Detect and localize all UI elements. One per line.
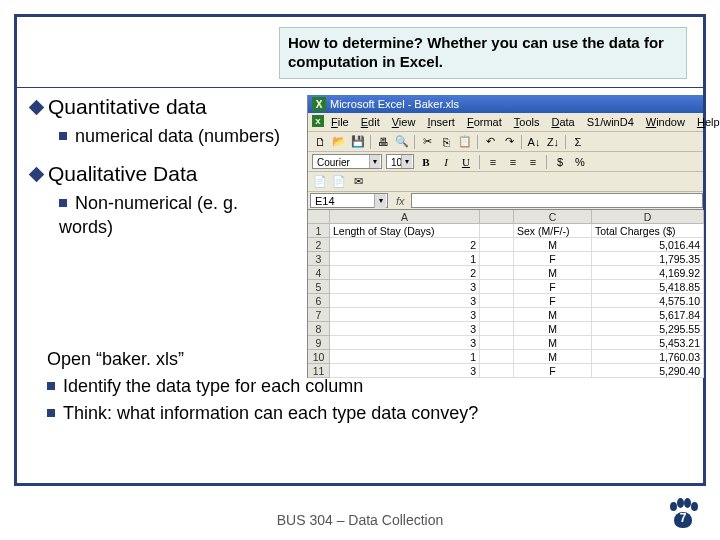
menu-tools[interactable]: Tools	[509, 115, 545, 129]
row-header[interactable]: 2	[308, 238, 330, 252]
cell-length[interactable]: 1	[330, 252, 480, 266]
fontsize-selector[interactable]: 10	[386, 154, 414, 169]
col-header-c[interactable]: C	[514, 210, 592, 224]
cut-icon[interactable]: ✂	[419, 134, 435, 150]
menu-window[interactable]: Window	[641, 115, 690, 129]
cell-empty[interactable]	[480, 308, 514, 322]
col-header-b[interactable]	[480, 210, 514, 224]
cell-charges[interactable]: 4,169.92	[592, 266, 704, 280]
cell-charges[interactable]: 5,016.44	[592, 238, 704, 252]
cell-sex[interactable]: M	[514, 308, 592, 322]
menu-help[interactable]: Help	[692, 115, 720, 129]
col-header-d[interactable]: D	[592, 210, 704, 224]
currency-icon[interactable]: $	[552, 154, 568, 170]
excel-doc-icon: X	[312, 115, 324, 127]
redo-icon[interactable]: ↷	[501, 134, 517, 150]
separator	[521, 135, 522, 149]
align-center-icon[interactable]: ≡	[505, 154, 521, 170]
square-bullet-icon	[47, 382, 55, 390]
cell-length[interactable]: 3	[330, 322, 480, 336]
row-header[interactable]: 8	[308, 322, 330, 336]
row-header[interactable]: 5	[308, 280, 330, 294]
paste-icon[interactable]: 📋	[457, 134, 473, 150]
cell-empty[interactable]	[480, 238, 514, 252]
print-icon[interactable]: 🖶	[375, 134, 391, 150]
open-icon[interactable]: 📂	[331, 134, 347, 150]
square-bullet-icon	[59, 199, 67, 207]
excel-toolbar-pdf: 📄 📄 ✉	[308, 172, 703, 192]
horizontal-rule	[17, 87, 703, 88]
cell-charges[interactable]: 5,617.84	[592, 308, 704, 322]
cell-charges[interactable]: 1,795.35	[592, 252, 704, 266]
pdf-convert-icon[interactable]: 📄	[331, 174, 347, 190]
header-cell[interactable]: Length of Stay (Days)	[330, 224, 480, 238]
cell-length[interactable]: 3	[330, 280, 480, 294]
cell-empty[interactable]	[480, 266, 514, 280]
cell-length[interactable]: 2	[330, 266, 480, 280]
header-cell[interactable]: Sex (M/F/-)	[514, 224, 592, 238]
cell-sex[interactable]: M	[514, 322, 592, 336]
square-bullet-icon	[47, 409, 55, 417]
bold-icon[interactable]: B	[418, 154, 434, 170]
align-right-icon[interactable]: ≡	[525, 154, 541, 170]
col-header-a[interactable]: A	[330, 210, 480, 224]
row-header[interactable]: 3	[308, 252, 330, 266]
menu-data[interactable]: Data	[546, 115, 579, 129]
cell-sex[interactable]: M	[514, 238, 592, 252]
row-header[interactable]: 1	[308, 224, 330, 238]
underline-icon[interactable]: U	[458, 154, 474, 170]
cell-sex[interactable]: F	[514, 280, 592, 294]
table-row: 42M4,169.92	[308, 266, 703, 280]
cell-charges[interactable]: 5,418.85	[592, 280, 704, 294]
cell-length[interactable]: 3	[330, 294, 480, 308]
cell-empty[interactable]	[480, 252, 514, 266]
pdf-mail-icon[interactable]: ✉	[350, 174, 366, 190]
sort-desc-icon[interactable]: Z↓	[545, 134, 561, 150]
font-selector[interactable]: Courier	[312, 154, 382, 169]
quant-sub-text: numerical data (numbers)	[75, 126, 280, 146]
table-row: 83M5,295.55	[308, 322, 703, 336]
name-box[interactable]: E14	[310, 193, 388, 208]
save-icon[interactable]: 💾	[350, 134, 366, 150]
menu-insert[interactable]: Insert	[422, 115, 460, 129]
cell-length[interactable]: 3	[330, 308, 480, 322]
copy-icon[interactable]: ⎘	[438, 134, 454, 150]
sort-asc-icon[interactable]: A↓	[526, 134, 542, 150]
menu-edit[interactable]: Edit	[356, 115, 385, 129]
italic-icon[interactable]: I	[438, 154, 454, 170]
row-header[interactable]: 6	[308, 294, 330, 308]
cell-length[interactable]: 2	[330, 238, 480, 252]
quant-heading: Quantitative data	[31, 95, 291, 119]
row-header[interactable]: 4	[308, 266, 330, 280]
excel-formula-bar: E14 fx	[308, 192, 703, 210]
cell-charges[interactable]: 5,295.55	[592, 322, 704, 336]
row-header[interactable]: 7	[308, 308, 330, 322]
pdf-icon[interactable]: 📄	[312, 174, 328, 190]
sum-icon[interactable]: Σ	[570, 134, 586, 150]
new-icon[interactable]: 🗋	[312, 134, 328, 150]
excel-menubar[interactable]: X File Edit View Insert Format Tools Dat…	[308, 113, 703, 132]
table-row: 22M5,016.44	[308, 238, 703, 252]
undo-icon[interactable]: ↶	[482, 134, 498, 150]
header-cell[interactable]: Total Charges ($)	[592, 224, 704, 238]
quant-sub: numerical data (numbers)	[59, 125, 291, 148]
formula-input[interactable]	[411, 193, 703, 208]
align-left-icon[interactable]: ≡	[485, 154, 501, 170]
cell-sex[interactable]: M	[514, 266, 592, 280]
cell-empty[interactable]	[480, 322, 514, 336]
cell-sex[interactable]: F	[514, 294, 592, 308]
cell-empty[interactable]	[480, 294, 514, 308]
percent-icon[interactable]: %	[572, 154, 588, 170]
menu-view[interactable]: View	[387, 115, 421, 129]
menu-file[interactable]: File	[326, 115, 354, 129]
cell-empty[interactable]	[480, 280, 514, 294]
cell-charges[interactable]: 4,575.10	[592, 294, 704, 308]
menu-addin[interactable]: S1/winD4	[582, 115, 639, 129]
menu-format[interactable]: Format	[462, 115, 507, 129]
excel-toolbar-standard: 🗋 📂 💾 🖶 🔍 ✂ ⎘ 📋 ↶ ↷ A↓ Z↓ Σ	[308, 132, 703, 152]
select-all-corner[interactable]	[308, 210, 330, 224]
preview-icon[interactable]: 🔍	[394, 134, 410, 150]
cell-sex[interactable]: F	[514, 252, 592, 266]
fx-icon[interactable]: fx	[390, 195, 411, 207]
header-cell[interactable]	[480, 224, 514, 238]
